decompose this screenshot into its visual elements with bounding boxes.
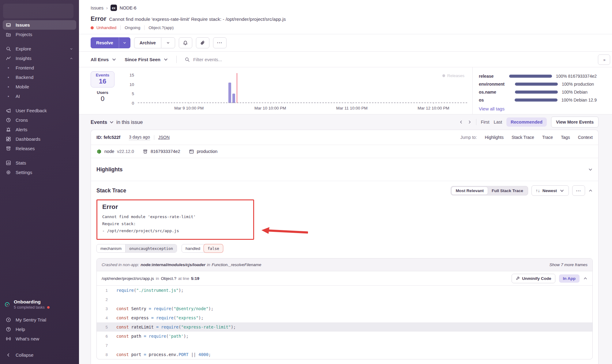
unhandled-badge: Unhandled	[96, 25, 116, 30]
divider	[476, 119, 476, 125]
chevron-down-icon	[163, 57, 168, 62]
sidebar-collapse-button[interactable]: Collapse	[3, 350, 76, 360]
view-all-tags-link[interactable]: View all tags	[479, 106, 505, 111]
annotation-key: mechanism	[97, 244, 125, 252]
sidebar-item-releases[interactable]: Releases	[3, 144, 76, 153]
event-search	[185, 57, 594, 62]
highlights-collapse-button[interactable]	[588, 167, 593, 172]
link-button[interactable]	[196, 37, 209, 48]
previous-event-button[interactable]	[459, 120, 463, 124]
code-line-2: 2	[97, 295, 592, 304]
json-link[interactable]: JSON	[158, 135, 170, 140]
events-subtitle: in this issue	[116, 119, 143, 125]
frame-collapse-button[interactable]	[583, 276, 588, 280]
divider	[144, 25, 145, 30]
tag-distribution-row: os100% Debian 12.9	[479, 96, 597, 104]
subscribe-button[interactable]	[179, 37, 192, 48]
sidebar-item-label: AI	[16, 94, 20, 99]
more-actions-button[interactable]: ···	[213, 37, 227, 48]
show-more-frames-link[interactable]: Show 7 more frames	[549, 262, 588, 267]
sidebar-item-label: Dashboards	[16, 136, 40, 142]
unminify-code-button[interactable]: Unminify Code	[512, 274, 555, 283]
users-count-toggle[interactable]: Users 0	[91, 90, 115, 103]
event-age: 3 days ago	[129, 135, 150, 140]
crashed-module: node:internal/modules/cjs/loader	[141, 262, 205, 267]
breadcrumb: Issues › ex NODE-6	[91, 5, 599, 11]
stack-view-segmented-control: Most Relevant Full Stack Trace	[451, 186, 528, 195]
archive-dropdown-button[interactable]	[161, 37, 175, 48]
code-line-5: 5const rateLimit = require("express-rate…	[97, 322, 592, 332]
events-dropdown[interactable]: Events	[91, 119, 114, 125]
event-graph-section: Events 16 Users 0 Releases 151050 Mar 9 …	[79, 67, 612, 114]
divider	[176, 56, 177, 63]
sidebar-item-frontend[interactable]: •Frontend	[3, 63, 76, 72]
sidebar-item-my-sentry-trial[interactable]: My Sentry Trial	[3, 315, 76, 325]
stats-icon	[6, 160, 11, 165]
jump-link-highlights[interactable]: Highlights	[485, 135, 503, 140]
sort-newest-dropdown[interactable]: ↑↓ Newest	[531, 185, 569, 196]
events-count-toggle[interactable]: Events 16	[91, 71, 115, 87]
sidebar-item-label: What's new	[16, 336, 39, 341]
sidebar-item-help[interactable]: Help	[3, 325, 76, 334]
sidebar-item-stats[interactable]: Stats	[3, 158, 76, 168]
recommended-event-button[interactable]: Recommended	[506, 117, 547, 127]
full-stack-trace-option[interactable]: Full Stack Trace	[488, 187, 527, 195]
sidebar-item-label: Issues	[16, 22, 30, 28]
sidebar-item-issues[interactable]: Issues	[3, 20, 76, 30]
jump-link-trace[interactable]: Trace	[542, 135, 553, 140]
sidebar-item-projects[interactable]: Projects	[3, 30, 76, 39]
dashboards-icon	[6, 136, 11, 142]
event-bar	[228, 83, 231, 103]
stack-frames: Crashed in non-app: node:internal/module…	[96, 258, 593, 359]
highlights-section-header: Highlights	[91, 158, 598, 181]
crashed-frame-row: Crashed in non-app: node:internal/module…	[97, 258, 592, 271]
frame-function: Object.?	[161, 276, 176, 281]
stack-trace-more-button[interactable]: ···	[572, 185, 585, 196]
environment-filter[interactable]: All Envs	[91, 57, 117, 62]
last-event-button[interactable]: Last	[494, 120, 502, 124]
archive-button[interactable]: Archive	[134, 37, 161, 48]
jump-link-stack-trace[interactable]: Stack Trace	[512, 135, 534, 140]
tag-key: environment	[479, 82, 515, 87]
sidebar-item-ai[interactable]: •AI	[3, 91, 76, 101]
next-event-button[interactable]	[467, 120, 472, 124]
onboarding-subtitle: 5 completed tasks	[14, 305, 45, 310]
bolt-icon	[6, 317, 11, 322]
frame-header-row[interactable]: /opt/render/project/src/app.js in Object…	[97, 271, 592, 285]
org-selector[interactable]	[3, 4, 73, 18]
code-line-1: 1require("./instrument.js");	[97, 286, 592, 295]
breadcrumb-issue-id[interactable]: NODE-6	[120, 6, 137, 10]
stack-trace-collapse-button[interactable]	[588, 188, 593, 193]
resolve-dropdown-button[interactable]	[119, 37, 130, 48]
sidebar-item-explore[interactable]: Explore	[3, 44, 76, 54]
date-filter[interactable]: Since First Seen	[125, 57, 168, 62]
wrench-icon	[516, 276, 520, 280]
frame-line-number: 5:19	[191, 276, 199, 281]
resolve-button[interactable]: Resolve	[91, 37, 119, 48]
sidebar-item-insights[interactable]: Insights	[3, 54, 76, 63]
sidebar-item-backend[interactable]: •Backend	[3, 72, 76, 82]
line-number: 4	[97, 316, 116, 320]
most-relevant-option[interactable]: Most Relevant	[452, 187, 488, 195]
first-event-button[interactable]: First	[481, 120, 489, 124]
expand-sidebar-button[interactable]: »	[598, 54, 610, 65]
sidebar-item-user-feedback[interactable]: User Feedback	[3, 106, 76, 115]
help-icon	[6, 327, 11, 332]
tag-key: os	[479, 98, 515, 102]
view-more-events-button[interactable]: View More Events	[551, 117, 599, 128]
y-axis-tick-label: 15	[125, 73, 134, 77]
filter-events-input[interactable]	[193, 57, 285, 62]
sidebar-item-dashboards[interactable]: Dashboards	[3, 134, 76, 144]
jump-link-tags[interactable]: Tags	[561, 135, 570, 140]
annotation-value: onuncaughtexception	[125, 244, 177, 252]
event-context-row: node v22.12.0 8167933374e2 production	[91, 145, 598, 158]
jump-link-context[interactable]: Context	[578, 135, 593, 140]
sidebar-item-crons[interactable]: Crons	[3, 115, 76, 125]
sidebar-item-settings[interactable]: Settings	[3, 168, 76, 177]
sidebar-item-alerts[interactable]: Alerts	[3, 125, 76, 134]
sidebar-item-what-s-new[interactable]: What's new	[3, 334, 76, 344]
in-app-badge: In App	[559, 274, 580, 283]
onboarding-widget[interactable]: 5 Onboarding 5 completed tasks	[3, 297, 76, 315]
breadcrumb-issues-link[interactable]: Issues	[91, 6, 103, 10]
sidebar-item-mobile[interactable]: •Mobile	[3, 82, 76, 91]
